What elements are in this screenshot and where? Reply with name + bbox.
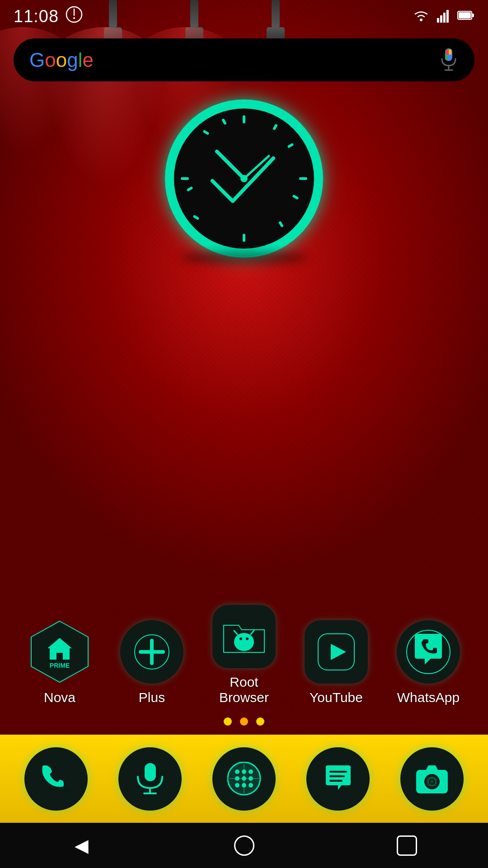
- dock-messages[interactable]: [306, 747, 370, 811]
- dock-apps-grid[interactable]: [212, 747, 276, 811]
- apps-grid-icon: [227, 762, 261, 796]
- dock-phone[interactable]: [24, 747, 88, 811]
- nav-home[interactable]: [228, 830, 260, 861]
- signal-icon: [437, 8, 450, 24]
- whatsapp-icon: [397, 620, 460, 684]
- camera-icon: [414, 762, 450, 796]
- svg-point-61: [249, 783, 253, 788]
- nav-recents-icon: [397, 835, 417, 856]
- dock: [0, 735, 488, 823]
- svg-rect-23: [287, 143, 294, 148]
- page-indicator-3[interactable]: [256, 717, 264, 726]
- svg-rect-28: [202, 130, 209, 135]
- root-browser-label: Root Browser: [206, 675, 282, 705]
- nova-label: Nova: [44, 690, 75, 705]
- svg-rect-22: [272, 123, 278, 130]
- status-left: 11:08: [14, 6, 83, 27]
- phone-icon: [39, 762, 73, 796]
- svg-point-59: [235, 783, 239, 788]
- google-letter-g: G: [29, 49, 45, 71]
- page-indicators: [224, 717, 264, 726]
- page-indicator-2[interactable]: [240, 717, 248, 726]
- microphone-icon: [133, 761, 167, 797]
- root-browser-icon-svg: [221, 616, 267, 657]
- plus-icon: [120, 620, 183, 684]
- google-letter-o2: o: [56, 49, 67, 71]
- svg-point-55: [249, 769, 253, 774]
- nav-back-icon: ◀: [75, 835, 89, 856]
- svg-point-32: [240, 175, 248, 182]
- search-bar[interactable]: G o o g l e: [14, 38, 474, 81]
- nova-icon: PRIME: [27, 619, 93, 684]
- google-logo: G o o g l e: [29, 49, 94, 71]
- app-grid: PRIME Nova Plus: [0, 604, 488, 714]
- app-item-plus[interactable]: Plus: [113, 619, 190, 705]
- svg-rect-26: [192, 215, 199, 220]
- plus-label: Plus: [139, 690, 165, 705]
- whatsapp-icon-svg: [406, 629, 451, 675]
- svg-rect-29: [221, 118, 227, 125]
- google-letter-l: l: [78, 49, 83, 71]
- clock-outer-ring: [165, 99, 323, 258]
- svg-rect-27: [186, 186, 193, 192]
- app-row: PRIME Nova Plus: [14, 604, 474, 705]
- svg-rect-48: [145, 763, 156, 781]
- google-letter-o1: o: [45, 49, 56, 71]
- svg-rect-7: [446, 10, 449, 23]
- plus-icon-wrapper[interactable]: [119, 619, 185, 684]
- youtube-label: YouTube: [310, 690, 363, 705]
- svg-rect-15: [449, 49, 451, 55]
- status-right: [412, 8, 474, 24]
- whatsapp-icon-wrapper[interactable]: [396, 619, 461, 684]
- page-indicator-1[interactable]: [224, 717, 232, 726]
- svg-line-30: [217, 151, 244, 179]
- svg-point-42: [234, 633, 254, 651]
- clock-widget[interactable]: [165, 99, 323, 258]
- wifi-icon: [412, 9, 430, 24]
- svg-rect-21: [181, 177, 189, 180]
- svg-rect-4: [437, 18, 439, 23]
- svg-text:PRIME: PRIME: [49, 662, 69, 669]
- nav-back[interactable]: ◀: [66, 830, 97, 861]
- youtube-icon-wrapper[interactable]: [304, 619, 369, 684]
- svg-rect-16: [445, 55, 448, 60]
- youtube-icon: [305, 620, 368, 684]
- app-item-whatsapp[interactable]: WhatsApp: [390, 619, 467, 705]
- svg-rect-25: [278, 221, 284, 227]
- app-item-nova[interactable]: PRIME Nova: [21, 619, 98, 705]
- clock-shadow: [181, 251, 307, 264]
- nav-home-icon: [234, 835, 254, 856]
- nova-icon-wrapper[interactable]: PRIME: [27, 619, 93, 684]
- clock-svg: [174, 108, 314, 249]
- app-item-youtube[interactable]: YouTube: [298, 619, 375, 705]
- google-letter-e: e: [82, 49, 93, 71]
- status-bar: 11:08: [0, 0, 488, 33]
- google-letter-g2: g: [67, 49, 78, 71]
- notification-icon: [66, 6, 83, 27]
- svg-rect-10: [459, 12, 471, 19]
- svg-point-2: [73, 17, 75, 19]
- svg-point-44: [246, 637, 249, 640]
- root-browser-icon: [212, 605, 276, 668]
- clock-face: [174, 108, 314, 249]
- root-browser-icon-wrapper[interactable]: [211, 604, 277, 669]
- app-item-root-browser[interactable]: Root Browser: [206, 604, 282, 705]
- nav-bar: ◀: [0, 823, 488, 868]
- svg-rect-19: [299, 177, 307, 180]
- svg-rect-6: [443, 13, 446, 23]
- nav-recents[interactable]: [391, 830, 422, 861]
- dock-camera[interactable]: [400, 747, 464, 811]
- svg-rect-5: [440, 15, 442, 23]
- voice-search-icon[interactable]: [438, 47, 459, 74]
- svg-point-53: [235, 769, 239, 774]
- svg-point-71: [430, 780, 434, 783]
- svg-rect-20: [243, 234, 245, 242]
- svg-rect-12: [446, 49, 449, 55]
- svg-point-3: [420, 19, 422, 21]
- battery-icon: [457, 10, 474, 23]
- messages-icon: [321, 762, 355, 796]
- svg-rect-18: [243, 115, 245, 123]
- dock-microphone[interactable]: [118, 747, 182, 811]
- whatsapp-label: WhatsApp: [397, 690, 460, 705]
- plus-icon-svg: [134, 634, 170, 670]
